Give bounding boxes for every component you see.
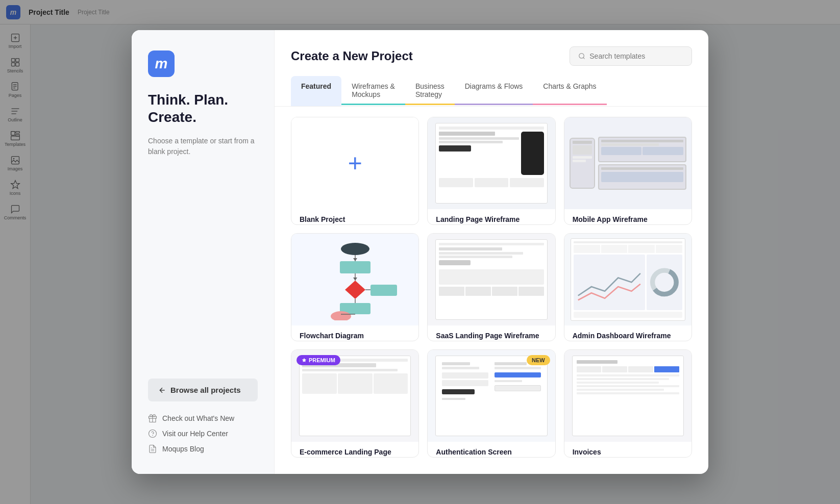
- template-admin-dashboard[interactable]: Admin Dashboard Wireframe: [564, 233, 692, 341]
- footer-links: Check out What's New Visit our Help Cent…: [148, 414, 258, 453]
- svg-marker-32: [345, 281, 365, 299]
- modal-overlay: m Think. Plan.Create. Choose a template …: [0, 0, 840, 504]
- saas-preview: [428, 234, 555, 325]
- auth-info: Authentication Screen: [428, 442, 555, 458]
- tab-featured[interactable]: Featured: [291, 76, 341, 106]
- svg-point-30: [341, 243, 369, 255]
- blog-link[interactable]: Moqups Blog: [148, 444, 258, 453]
- template-blank-project[interactable]: + Blank Project: [291, 117, 419, 225]
- mobile-info: Mobile App Wireframe: [564, 209, 691, 225]
- whats-new-link[interactable]: Check out What's New: [148, 414, 258, 423]
- tab-wireframes[interactable]: Wireframes &Mockups: [341, 76, 405, 106]
- plus-icon: +: [348, 151, 362, 175]
- template-landing-page[interactable]: Landing Page Wireframe: [427, 117, 555, 225]
- template-flowchart[interactable]: Flowchart Diagram: [291, 233, 419, 341]
- tagline: Think. Plan.Create.: [148, 91, 258, 125]
- flowchart-title: Flowchart Diagram: [300, 332, 410, 340]
- auth-title: Authentication Screen: [436, 448, 547, 456]
- crown-icon: [302, 358, 307, 363]
- svg-marker-46: [302, 358, 306, 362]
- tabs-container: Featured Wireframes &Mockups BusinessStr…: [275, 76, 708, 107]
- brand-logo: m: [148, 51, 175, 77]
- template-invoices[interactable]: Invoices: [564, 349, 692, 458]
- tab-charts[interactable]: Charts & Graphs: [533, 76, 606, 106]
- landing-title: Landing Page Wireframe: [436, 215, 547, 223]
- modal-header: Create a New Project: [275, 30, 708, 66]
- search-input[interactable]: [589, 52, 683, 60]
- modal-left-panel: m Think. Plan.Create. Choose a template …: [132, 30, 275, 474]
- invoices-title: Invoices: [573, 448, 683, 456]
- auth-preview: NEW: [428, 350, 555, 442]
- invoices-info: Invoices: [564, 442, 691, 458]
- template-eshop[interactable]: PREMIUM: [291, 349, 419, 458]
- svg-rect-31: [340, 261, 370, 273]
- template-mobile-app[interactable]: Mobile App Wireframe: [564, 117, 692, 225]
- landing-info: Landing Page Wireframe: [428, 209, 555, 225]
- search-icon: [578, 52, 585, 60]
- svg-marker-42: [353, 258, 357, 261]
- flowchart-info: Flowchart Diagram: [291, 325, 418, 341]
- flowchart-svg: [304, 239, 406, 320]
- help-circle-icon: [148, 429, 157, 438]
- dashboard-title: Admin Dashboard Wireframe: [573, 332, 683, 340]
- svg-point-24: [149, 430, 157, 438]
- mobile-preview: [564, 117, 691, 209]
- dashboard-preview: [564, 234, 691, 325]
- blog-label: Moqups Blog: [162, 445, 204, 453]
- whats-new-label: Check out What's New: [162, 414, 234, 422]
- svg-point-28: [579, 54, 584, 59]
- help-center-label: Visit our Help Center: [162, 430, 228, 438]
- arrow-left-icon: [158, 386, 166, 394]
- tab-business[interactable]: BusinessStrategy: [405, 76, 455, 106]
- eshop-title: E-commerce Landing Page: [300, 448, 410, 456]
- create-project-modal: m Think. Plan.Create. Choose a template …: [132, 30, 708, 474]
- modal-main-panel: Create a New Project Featured Wireframes…: [275, 30, 708, 474]
- tab-diagrams[interactable]: Diagrams & Flows: [455, 76, 533, 106]
- saas-info: SaaS Landing Page Wireframe: [428, 325, 555, 341]
- svg-line-29: [583, 58, 585, 59]
- template-auth[interactable]: NEW: [427, 349, 555, 458]
- templates-grid: + Blank Project: [275, 107, 708, 474]
- dashboard-info: Admin Dashboard Wireframe: [564, 325, 691, 341]
- svg-marker-43: [353, 278, 357, 281]
- blank-info: Blank Project: [291, 209, 418, 225]
- saas-title: SaaS Landing Page Wireframe: [436, 332, 547, 340]
- blank-title: Blank Project: [300, 215, 410, 223]
- subtitle: Choose a template or start from a blank …: [148, 136, 258, 157]
- premium-badge: PREMIUM: [297, 355, 340, 365]
- eshop-preview: PREMIUM: [291, 350, 418, 442]
- flowchart-preview: [291, 234, 418, 325]
- invoices-preview: [564, 350, 691, 442]
- search-box[interactable]: [570, 46, 692, 66]
- browse-btn-label: Browse all projects: [170, 386, 241, 394]
- svg-rect-33: [370, 285, 397, 296]
- new-badge: NEW: [527, 355, 550, 365]
- eshop-info: E-commerce Landing Page: [291, 442, 418, 458]
- template-saas-landing[interactable]: SaaS Landing Page Wireframe: [427, 233, 555, 341]
- browse-all-projects-button[interactable]: Browse all projects: [148, 379, 258, 401]
- modal-title: Create a New Project: [291, 49, 413, 63]
- landing-preview: [428, 117, 555, 209]
- file-text-icon: [148, 444, 157, 453]
- mobile-title: Mobile App Wireframe: [573, 215, 683, 223]
- gift-icon: [148, 414, 157, 423]
- help-center-link[interactable]: Visit our Help Center: [148, 429, 258, 438]
- blank-preview: +: [291, 117, 418, 209]
